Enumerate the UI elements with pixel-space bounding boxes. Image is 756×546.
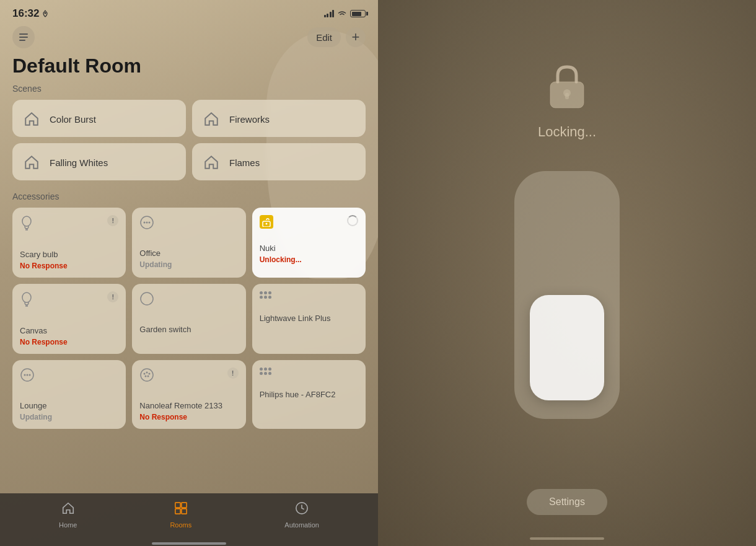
bottom-nav: Home Rooms [0, 493, 378, 543]
svg-point-17 [149, 372, 151, 374]
svg-point-7 [265, 223, 267, 225]
bulb-icon [20, 291, 33, 311]
lock-knob [530, 295, 604, 400]
warning-badge: ! [107, 291, 118, 302]
settings-button[interactable]: Settings [527, 489, 607, 515]
acc-card-top [260, 291, 358, 299]
nav-label: Home [59, 521, 77, 529]
svg-point-18 [145, 375, 147, 377]
top-bar: Edit + [0, 24, 378, 55]
acc-card-office[interactable]: Office Updating [132, 208, 245, 278]
scene-card-color-burst[interactable]: Color Burst [12, 100, 186, 137]
page-title: Default Room [0, 55, 378, 84]
svg-rect-20 [175, 503, 180, 508]
bulb-icon [20, 215, 33, 235]
house-icon [21, 152, 42, 173]
acc-card-top [260, 215, 358, 229]
acc-status: No Response [20, 262, 118, 270]
svg-point-15 [144, 372, 146, 374]
acc-card-canvas[interactable]: ! Canvas No Response [12, 284, 126, 354]
svg-point-14 [141, 369, 153, 381]
svg-rect-22 [175, 509, 180, 514]
nav-item-rooms[interactable]: Rooms [160, 498, 201, 532]
accessories-label: Accessories [12, 192, 366, 201]
acc-name: Garden switch [139, 325, 238, 335]
lock-widget[interactable] [514, 171, 620, 419]
scene-name: Falling Whites [50, 157, 108, 168]
acc-status: No Response [20, 338, 118, 346]
svg-point-11 [24, 374, 26, 376]
menu-lines-icon [19, 33, 28, 41]
scene-name: Color Burst [50, 114, 96, 125]
house-icon [201, 152, 222, 173]
circle-icon [139, 291, 154, 310]
svg-point-0 [45, 12, 46, 14]
acc-card-philips-hue[interactable]: Philips hue - AF8FC2 [252, 360, 366, 429]
nuki-lock-icon [260, 215, 273, 229]
svg-point-3 [144, 222, 146, 224]
acc-status: Updating [139, 260, 238, 269]
acc-status: Updating [20, 413, 118, 421]
phone-panel: 16:32 [0, 0, 378, 546]
lock-panel: Locking... Settings [378, 0, 756, 546]
acc-name: Canvas [20, 326, 118, 337]
warning-badge: ! [227, 368, 239, 379]
scene-name: Flames [229, 157, 260, 168]
status-time: 16:32 [12, 7, 49, 20]
hue-icon [260, 368, 271, 375]
rooms-icon [174, 501, 188, 519]
scenes-grid: Color Burst Fireworks [12, 100, 366, 180]
svg-point-4 [146, 222, 148, 224]
acc-name: Philips hue - AF8FC2 [260, 390, 358, 400]
svg-point-16 [146, 371, 148, 373]
add-button[interactable]: + [346, 27, 366, 47]
svg-point-13 [29, 374, 31, 376]
house-icon [21, 108, 42, 130]
acc-card-top [139, 291, 238, 310]
svg-point-5 [149, 222, 151, 224]
svg-rect-21 [182, 503, 187, 508]
svg-rect-23 [182, 509, 187, 514]
acc-card-scary-bulb[interactable]: ! Scary bulb No Response [12, 208, 126, 278]
nav-item-home[interactable]: Home [49, 498, 87, 532]
acc-card-top [139, 215, 238, 234]
acc-card-lounge[interactable]: Lounge Updating [12, 360, 126, 429]
scene-card-fireworks[interactable]: Fireworks [192, 100, 366, 137]
status-bar: 16:32 [0, 0, 378, 24]
acc-card-top: ! [20, 215, 118, 235]
acc-card-nanoleaf[interactable]: ! Nanoleaf Remote 2133 No Response [132, 360, 245, 429]
dot-menu-icon [139, 215, 154, 234]
edit-button[interactable]: Edit [307, 27, 341, 47]
acc-card-nuki[interactable]: Nuki Unlocking... [252, 208, 366, 278]
menu-button[interactable] [12, 26, 35, 48]
acc-card-top: ! [20, 291, 118, 311]
svg-rect-27 [565, 93, 569, 99]
nav-label: Rooms [170, 521, 191, 529]
accessories-grid: ! Scary bulb No Response [12, 208, 366, 429]
acc-card-top [20, 368, 118, 386]
lock-icon-area: Locking... [538, 62, 596, 140]
acc-card-garden-switch[interactable]: Garden switch [132, 284, 245, 354]
acc-card-lightwave[interactable]: Lightwave Link Plus [252, 284, 366, 354]
lock-icon [545, 62, 589, 114]
nav-label: Automation [284, 521, 319, 529]
loading-spinner [347, 215, 358, 226]
scene-card-flames[interactable]: Flames [192, 143, 366, 180]
svg-point-9 [141, 293, 153, 305]
svg-point-1 [22, 216, 31, 226]
dots-icon [260, 291, 271, 299]
acc-status: Unlocking... [260, 255, 358, 264]
scene-name: Fireworks [229, 114, 270, 125]
acc-card-top: ! [139, 368, 238, 386]
signal-icon [324, 10, 335, 17]
acc-name: Nuki [260, 244, 358, 254]
nav-item-automation[interactable]: Automation [275, 498, 329, 532]
svg-point-19 [147, 375, 149, 377]
wifi-icon [337, 10, 347, 17]
locking-text: Locking... [538, 124, 596, 140]
scene-card-falling-whites[interactable]: Falling Whites [12, 143, 186, 180]
scroll-content[interactable]: Scenes Color Burst [0, 84, 378, 493]
acc-name: Lightwave Link Plus [260, 314, 358, 324]
house-icon [201, 108, 222, 130]
acc-card-top [260, 368, 358, 375]
